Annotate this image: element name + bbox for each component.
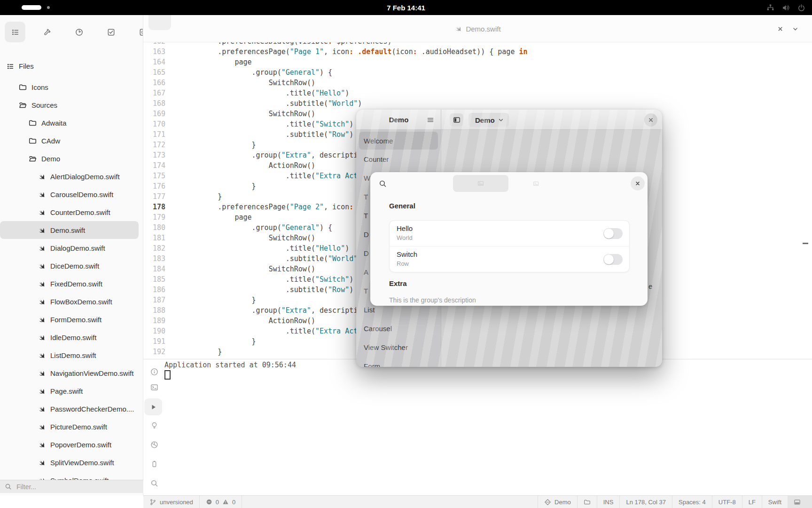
demo-window-close-button[interactable] [644, 113, 657, 127]
language-label: Swift [768, 499, 781, 506]
swift-file-icon [38, 244, 46, 252]
vcs-branch-status[interactable]: unversioned [143, 496, 199, 508]
code-text: .group("General") { [165, 67, 332, 78]
cursor-position[interactable]: Ln 178, Col 37 [620, 496, 672, 508]
dialog-search-button[interactable] [377, 178, 388, 189]
code-line-167[interactable]: 167 .title("Hello") [143, 88, 528, 98]
tree-item-label: PictureDemo.swift [50, 423, 107, 431]
line-number: 190 [143, 326, 165, 336]
diagnostics-status[interactable]: 0 0 [200, 496, 242, 508]
system-status-area[interactable] [766, 0, 805, 15]
tab-close-button[interactable] [774, 23, 786, 34]
tree-item-sources[interactable]: Sources [0, 96, 143, 114]
code-text: ActionRow() [165, 316, 315, 326]
dialog-close-button[interactable] [631, 176, 645, 190]
line-ending-setting[interactable]: LF [742, 496, 762, 508]
tree-item-splitviewdemo-swift[interactable]: SplitViewDemo.swift [0, 453, 143, 471]
network-icon [766, 4, 774, 12]
panel-tool-info-icon[interactable] [149, 367, 159, 376]
panel-tool-search-icon[interactable] [149, 478, 159, 488]
line-number: 175 [143, 171, 165, 181]
swift-file-icon [38, 405, 46, 413]
tree-item-label: Page.swift [50, 387, 83, 395]
chevron-down-icon [792, 25, 799, 32]
sidebar-tool-todo[interactable] [101, 22, 121, 42]
demo-sidebar-item-view-switcher[interactable]: View Switcher [356, 338, 441, 357]
project-button[interactable]: Demo [538, 496, 577, 508]
code-line-162[interactable]: 162 .preferencesDialog(visible: $prefere… [143, 42, 528, 47]
toggle-switch-hello[interactable] [603, 228, 623, 239]
sidebar-tool-project-tree[interactable] [5, 22, 25, 42]
code-text: page [165, 57, 252, 67]
tree-item-alertdialogdemo-swift[interactable]: AlertDialogDemo.swift [0, 167, 143, 185]
tree-item-popoverdemo-swift[interactable]: PopoverDemo.swift [0, 436, 143, 453]
tree-item-label: DialogDemo.swift [50, 244, 105, 252]
code-text: page [165, 212, 252, 222]
indentation-setting[interactable]: Spaces: 4 [672, 496, 712, 508]
tree-item-counterdemo-swift[interactable]: CounterDemo.swift [0, 203, 143, 221]
tree-item-icons[interactable]: Icons [0, 78, 143, 96]
demo-sidebar-item-welcome[interactable]: Welcome [359, 132, 438, 150]
sidebar-tool-history[interactable] [69, 22, 89, 42]
tree-item-dicedemo-swift[interactable]: DiceDemo.swift [0, 257, 143, 275]
tree-item-flowboxdemo-swift[interactable]: FlowBoxDemo.swift [0, 293, 143, 310]
tree-item-picturedemo-swift[interactable]: PictureDemo.swift [0, 418, 143, 436]
line-number: 167 [143, 88, 165, 98]
sidebar-toggle-button[interactable] [450, 113, 463, 127]
code-text: } [165, 336, 256, 347]
toggle-bottom-panel-button[interactable] [788, 496, 812, 508]
run-button[interactable] [144, 398, 162, 415]
tree-item-cadw[interactable]: CAdw [0, 132, 143, 150]
tree-item-formdemo-swift[interactable]: FormDemo.swift [0, 310, 143, 328]
sidebar-tool-build[interactable] [37, 22, 57, 42]
filter-input[interactable] [16, 483, 125, 491]
tree-item-listdemo-swift[interactable]: ListDemo.swift [0, 346, 143, 364]
sidebar-tool-symbols[interactable] [133, 22, 143, 42]
toggle-switch-switch[interactable] [603, 254, 623, 265]
tree-item-demo-swift[interactable]: Demo.swift [0, 221, 139, 239]
tab-demo-swift[interactable]: Demo.swift [143, 15, 812, 42]
files-section-header[interactable]: Files [7, 62, 34, 70]
code-line-168[interactable]: 168 .subtitle("World") [143, 98, 528, 109]
encoding-setting[interactable]: UTF-8 [712, 496, 742, 508]
swift-file-icon [454, 25, 462, 32]
language-setting[interactable]: Swift [762, 496, 788, 508]
panel-tool-device-icon[interactable] [149, 459, 159, 468]
code-line-165[interactable]: 165 .group("General") { [143, 67, 528, 78]
panel-tool-profiler-icon[interactable] [149, 440, 159, 449]
hamburger-menu-button[interactable] [425, 114, 436, 126]
switch-row-hello: HelloWorld [390, 221, 629, 246]
tree-item-passwordcheckerdemo-[interactable]: PasswordCheckerDemo.... [0, 400, 143, 418]
tree-item-label: SplitViewDemo.swift [50, 459, 114, 467]
open-folder-button[interactable] [578, 496, 597, 508]
panel-tool-terminal-icon[interactable] [149, 382, 159, 392]
filter-bar[interactable] [0, 480, 143, 493]
code-line-163[interactable]: 163 .preferencesPage("Page 1", icon: .de… [143, 47, 528, 57]
tree-item-page-swift[interactable]: Page.swift [0, 382, 143, 400]
panel-tool-bulb-icon[interactable] [149, 421, 159, 430]
page-2-tab[interactable] [530, 178, 541, 189]
view-dropdown-button[interactable]: Demo [468, 113, 509, 127]
page-1-tab[interactable] [453, 175, 508, 192]
view-dropdown-label: Demo [475, 116, 495, 124]
line-number: 184 [143, 264, 165, 274]
tab-list-dropdown-button[interactable] [789, 23, 801, 34]
tree-item-label: NavigationViewDemo.swift [50, 369, 133, 377]
tree-item-label: AlertDialogDemo.swift [50, 173, 120, 181]
code-line-166[interactable]: 166 SwitchRow() [143, 78, 528, 88]
line-number: 164 [143, 57, 165, 67]
tree-item-carouseldemo-swift[interactable]: CarouselDemo.swift [0, 185, 143, 203]
demo-sidebar-item-carousel[interactable]: Carousel [356, 319, 441, 338]
tree-item-fixeddemo-swift[interactable]: FixedDemo.swift [0, 275, 143, 293]
demo-sidebar-item-counter[interactable]: Counter [356, 150, 441, 168]
code-line-164[interactable]: 164 page [143, 57, 528, 67]
tree-item-adwaita[interactable]: Adwaita [0, 114, 143, 132]
clock[interactable]: 7 Feb 14:41 [0, 0, 812, 15]
insert-mode-indicator[interactable]: INS [597, 496, 620, 508]
tree-item-demo[interactable]: Demo [0, 150, 143, 167]
tree-item-idledemo-swift[interactable]: IdleDemo.swift [0, 328, 143, 346]
demo-sidebar-item-form[interactable]: Form [356, 357, 441, 367]
demo-window-titlebar[interactable]: Demo Demo [356, 110, 662, 130]
tree-item-navigationviewdemo-swift[interactable]: NavigationViewDemo.swift [0, 364, 143, 382]
tree-item-dialogdemo-swift[interactable]: DialogDemo.swift [0, 239, 143, 257]
